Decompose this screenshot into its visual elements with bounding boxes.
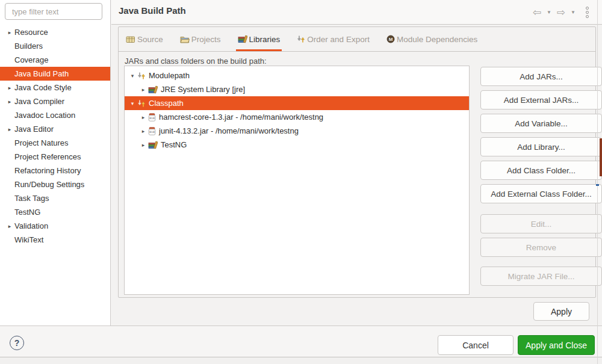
dialog-header: Java Build Path ⇦ ▼ ⇨ ▼ bbox=[111, 0, 602, 25]
classpath-icon bbox=[137, 99, 146, 108]
sidebar-item-label: Java Build Path bbox=[14, 69, 69, 78]
expand-chevron-icon[interactable]: ▸ bbox=[5, 29, 14, 35]
sidebar-item-javadoc-location[interactable]: Javadoc Location bbox=[0, 108, 110, 122]
tree-item-hamcrest-core-1-3-jar[interactable]: ▸010hamcrest-core-1.3.jar - /home/mani/w… bbox=[125, 110, 469, 124]
expand-chevron-icon[interactable]: ▸ bbox=[139, 114, 147, 120]
sidebar-item-java-code-style[interactable]: ▸Java Code Style bbox=[0, 81, 110, 94]
expand-chevron-icon[interactable]: ▸ bbox=[5, 99, 14, 105]
sidebar-item-project-natures[interactable]: Project Natures bbox=[0, 136, 110, 150]
sidebar-item-java-editor[interactable]: ▸Java Editor bbox=[0, 122, 110, 136]
sidebar-item-label: Project References bbox=[14, 152, 81, 161]
tab-label: Module Dependencies bbox=[397, 35, 477, 44]
sidebar-item-coverage[interactable]: Coverage bbox=[0, 53, 110, 67]
back-dropdown-icon[interactable]: ▼ bbox=[547, 9, 551, 15]
expand-chevron-icon[interactable]: ▸ bbox=[139, 142, 147, 148]
order-export-icon bbox=[297, 35, 305, 43]
sidebar-item-task-tags[interactable]: Task Tags bbox=[0, 191, 110, 205]
preferences-sidebar: ▸ResourceBuildersCoverageJava Build Path… bbox=[0, 0, 111, 325]
tree-item-junit-4-13-2-jar[interactable]: ▸010junit-4.13.2.jar - /home/mani/work/t… bbox=[125, 124, 469, 138]
library-icon bbox=[148, 85, 158, 94]
tab-label: Order and Export bbox=[307, 35, 370, 44]
add-variable-button[interactable]: Add Variable... bbox=[480, 114, 602, 133]
library-icon bbox=[238, 35, 247, 43]
expand-chevron-icon[interactable]: ▸ bbox=[5, 223, 14, 229]
expand-chevron-icon[interactable]: ▾ bbox=[128, 73, 137, 79]
sidebar-item-list: ▸ResourceBuildersCoverageJava Build Path… bbox=[0, 25, 110, 247]
sidebar-item-label: Java Editor bbox=[14, 125, 54, 134]
add-library-button[interactable]: Add Library... bbox=[480, 137, 602, 156]
apply-button[interactable]: Apply bbox=[533, 302, 589, 321]
tree-item-classpath[interactable]: ▾Classpath bbox=[125, 96, 469, 110]
sidebar-item-label: Project Natures bbox=[14, 138, 69, 147]
cancel-button[interactable]: Cancel bbox=[438, 335, 514, 355]
sidebar-item-validation[interactable]: ▸Validation bbox=[0, 219, 110, 233]
tree-item-label: TestNG bbox=[161, 140, 187, 149]
sidebar-item-label: Resource bbox=[14, 28, 48, 37]
sidebar-item-label: Java Compiler bbox=[14, 97, 64, 106]
jar-icon: 010 bbox=[148, 127, 156, 135]
tab-order-and-export[interactable]: Order and Export bbox=[295, 27, 371, 51]
sidebar-item-label: Javadoc Location bbox=[14, 111, 75, 120]
tree-item-label: JRE System Library [jre] bbox=[161, 85, 245, 94]
sidebar-item-label: WikiText bbox=[14, 235, 43, 244]
back-arrow-icon[interactable]: ⇦ bbox=[533, 7, 541, 17]
filter-input[interactable] bbox=[5, 3, 102, 20]
tree-caption: JARs and class folders on the build path… bbox=[125, 57, 267, 66]
classpath-tree[interactable]: ▾Modulepath▸JRE System Library [jre]▾Cla… bbox=[124, 66, 470, 295]
tree-item-label: hamcrest-core-1.3.jar - /home/mani/work/… bbox=[159, 113, 323, 122]
apply-and-close-button[interactable]: Apply and Close bbox=[518, 335, 595, 355]
add-class-folder-button[interactable]: Add Class Folder... bbox=[480, 161, 602, 180]
tab-libraries[interactable]: Libraries bbox=[236, 27, 282, 51]
add-external-class-folder-button[interactable]: Add External Class Folder... bbox=[480, 184, 602, 203]
tree-item-jre-system-library-jre[interactable]: ▸JRE System Library [jre] bbox=[125, 82, 469, 96]
expand-chevron-icon[interactable]: ▾ bbox=[128, 100, 137, 106]
module-icon: M bbox=[386, 35, 395, 43]
tree-item-label: Classpath bbox=[149, 99, 184, 108]
library-icon bbox=[148, 141, 158, 149]
sidebar-item-project-references[interactable]: Project References bbox=[0, 150, 110, 164]
background-window-artifact bbox=[596, 184, 599, 186]
tree-item-modulepath[interactable]: ▾Modulepath bbox=[125, 69, 469, 82]
tab-source[interactable]: Source bbox=[124, 27, 165, 51]
sidebar-item-java-compiler[interactable]: ▸Java Compiler bbox=[0, 94, 110, 108]
package-icon bbox=[126, 35, 135, 43]
tab-bar: SourceProjectsLibrariesOrder and ExportM… bbox=[119, 27, 595, 52]
sidebar-item-label: TestNG bbox=[14, 208, 40, 217]
edit-button: Edit... bbox=[480, 214, 602, 233]
dialog-footer: ? Cancel Apply and Close bbox=[0, 325, 602, 357]
help-icon[interactable]: ? bbox=[10, 336, 24, 350]
folder-open-icon bbox=[180, 35, 190, 43]
sidebar-item-label: Task Tags bbox=[14, 194, 49, 203]
build-path-groupbox: SourceProjectsLibrariesOrder and ExportM… bbox=[118, 26, 596, 298]
main-content: SourceProjectsLibrariesOrder and ExportM… bbox=[111, 25, 602, 325]
expand-chevron-icon[interactable]: ▸ bbox=[5, 126, 14, 132]
sidebar-item-label: Builders bbox=[14, 42, 43, 51]
sidebar-item-label: Refactoring History bbox=[14, 166, 81, 175]
sidebar-item-testng[interactable]: TestNG bbox=[0, 205, 110, 219]
svg-text:010: 010 bbox=[149, 131, 155, 134]
kebab-menu-icon[interactable] bbox=[586, 7, 589, 18]
forward-dropdown-icon[interactable]: ▼ bbox=[571, 9, 576, 15]
sidebar-item-label: Validation bbox=[14, 221, 48, 230]
sidebar-item-java-build-path[interactable]: Java Build Path bbox=[0, 67, 110, 81]
expand-chevron-icon[interactable]: ▸ bbox=[139, 87, 147, 93]
sidebar-item-label: Run/Debug Settings bbox=[14, 180, 84, 189]
tab-label: Libraries bbox=[249, 35, 281, 44]
page-title: Java Build Path bbox=[119, 5, 186, 16]
background-window-sliver bbox=[600, 138, 602, 176]
sidebar-item-wikitext[interactable]: WikiText bbox=[0, 233, 110, 247]
tab-projects[interactable]: Projects bbox=[178, 27, 223, 51]
add-jars-button[interactable]: Add JARs... bbox=[480, 67, 602, 86]
forward-arrow-icon[interactable]: ⇨ bbox=[557, 7, 565, 17]
tab-module-dependencies[interactable]: MModule Dependencies bbox=[385, 27, 479, 51]
expand-chevron-icon[interactable]: ▸ bbox=[5, 85, 14, 91]
sidebar-item-refactoring-history[interactable]: Refactoring History bbox=[0, 164, 110, 177]
sidebar-item-run-debug-settings[interactable]: Run/Debug Settings bbox=[0, 177, 110, 191]
tree-item-testng[interactable]: ▸TestNG bbox=[125, 138, 469, 152]
sidebar-item-resource[interactable]: ▸Resource bbox=[0, 25, 110, 39]
sidebar-item-builders[interactable]: Builders bbox=[0, 39, 110, 53]
expand-chevron-icon[interactable]: ▸ bbox=[139, 128, 147, 134]
add-external-jars-button[interactable]: Add External JARs... bbox=[480, 90, 602, 110]
sidebar-item-label: Coverage bbox=[14, 55, 48, 64]
window-right-edge bbox=[597, 0, 598, 364]
